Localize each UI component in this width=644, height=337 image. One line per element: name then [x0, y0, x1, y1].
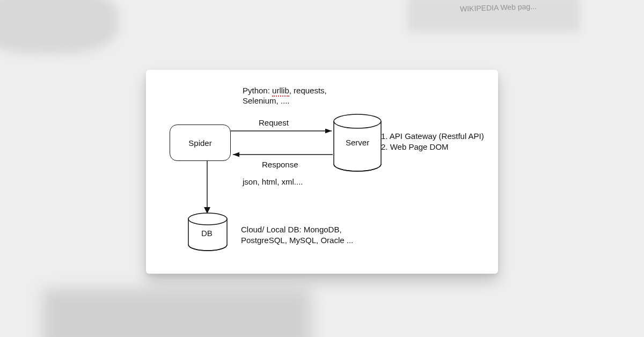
response-formats-text: json, html, xml....: [243, 177, 303, 187]
misspell-underline: urllib: [272, 86, 289, 97]
request-label: Request: [259, 118, 289, 128]
bg-smudge: [408, 0, 580, 32]
db-label: DB: [201, 229, 213, 239]
server-note-1: 1. API Gateway (Restful API): [381, 131, 488, 142]
db-notes: Cloud/ Local DB: MongoDB, PostgreSQL, My…: [241, 224, 364, 245]
spider-node: Spider: [170, 124, 231, 161]
bg-smudge: [0, 0, 118, 54]
architecture-diagram: Spider Python: urllib, requests, Seleniu…: [146, 70, 498, 274]
server-notes: 1. API Gateway (Restful API) 2. Web Page…: [381, 131, 488, 153]
spider-label: Spider: [188, 138, 211, 148]
server-label: Server: [346, 138, 369, 148]
server-note-2: 2. Web Page DOM: [381, 142, 488, 152]
svg-point-1: [188, 213, 227, 225]
spider-tools-text: Python: urllib, requests, Selenium, ....: [243, 86, 350, 106]
diagram-card: Spider Python: urllib, requests, Seleniu…: [146, 70, 498, 274]
bg-smudge: [43, 289, 311, 337]
db-arrowhead: [204, 207, 210, 214]
svg-point-0: [334, 114, 381, 128]
bg-watermark: WIKIPEDIA Web pag...: [460, 2, 537, 13]
response-label: Response: [262, 160, 298, 170]
